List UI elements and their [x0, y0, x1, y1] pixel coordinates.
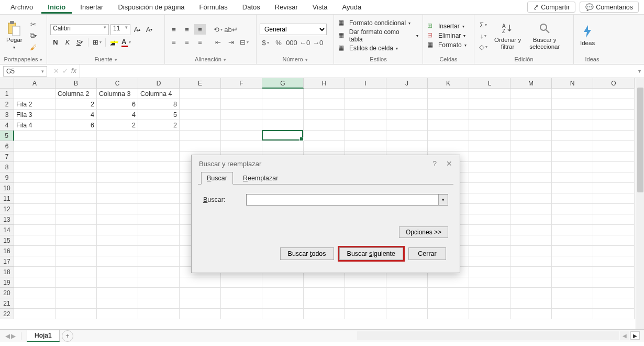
cell-F4[interactable]	[221, 120, 262, 131]
cell-N12[interactable]	[552, 204, 593, 214]
tab-ayuda[interactable]: Ayuda	[336, 1, 368, 13]
sort-filter-button[interactable]: AZ Ordenar y filtrar	[491, 20, 524, 51]
cell-B7[interactable]	[55, 152, 97, 162]
scroll-left-button[interactable]: ◀	[620, 331, 629, 340]
cell-C15[interactable]	[97, 235, 138, 246]
tab-revisar[interactable]: Revisar	[269, 1, 304, 13]
cell-L22[interactable]	[469, 309, 510, 319]
col-header-G[interactable]: G	[262, 78, 304, 89]
cell-B19[interactable]	[55, 277, 97, 288]
font-color-button[interactable]: A	[121, 37, 131, 48]
cell-J2[interactable]	[386, 99, 428, 110]
decrease-decimal-button[interactable]: →0	[312, 37, 324, 48]
cell-L1[interactable]	[469, 89, 510, 99]
cell-B3[interactable]: 4	[55, 110, 97, 120]
col-header-M[interactable]: M	[510, 78, 552, 89]
cell-O5[interactable]	[593, 131, 635, 141]
wrap-text-button[interactable]: ab↵	[225, 24, 237, 35]
cell-A20[interactable]	[14, 288, 55, 298]
cell-F2[interactable]	[221, 99, 262, 110]
cell-E19[interactable]	[180, 277, 221, 288]
dialog-close-button[interactable]: ✕	[446, 159, 452, 168]
cell-C21[interactable]	[97, 298, 138, 309]
cell-N11[interactable]	[552, 193, 593, 204]
find-all-button[interactable]: Buscar todos	[280, 247, 334, 260]
cell-M18[interactable]	[510, 267, 552, 277]
cell-B11[interactable]	[55, 193, 97, 204]
cell-B20[interactable]	[55, 288, 97, 298]
cell-M4[interactable]	[510, 120, 552, 131]
italic-button[interactable]: K	[62, 37, 73, 48]
cell-M16[interactable]	[510, 246, 552, 256]
cell-I19[interactable]	[345, 277, 386, 288]
row-header-22[interactable]: 22	[0, 309, 14, 319]
add-sheet-button[interactable]: +	[62, 330, 73, 342]
decrease-font-button[interactable]: A▾	[144, 24, 154, 35]
cell-N5[interactable]	[552, 131, 593, 141]
cell-C22[interactable]	[97, 309, 138, 319]
cell-M3[interactable]	[510, 110, 552, 120]
cell-A3[interactable]: Fila 3	[14, 110, 55, 120]
sheet-tab-hoja1[interactable]: Hoja1	[27, 330, 60, 342]
cell-L11[interactable]	[469, 193, 510, 204]
cell-I2[interactable]	[345, 99, 386, 110]
bold-button[interactable]: N	[50, 37, 61, 48]
font-size-select[interactable]: 11▾	[110, 24, 130, 35]
orientation-button[interactable]: ⟲	[212, 24, 224, 35]
tab-datos[interactable]: Datos	[236, 1, 267, 13]
cell-M22[interactable]	[510, 309, 552, 319]
cell-D20[interactable]	[138, 288, 180, 298]
cell-C2[interactable]: 6	[97, 99, 138, 110]
cell-H22[interactable]	[304, 309, 345, 319]
cell-E22[interactable]	[180, 309, 221, 319]
cell-L14[interactable]	[469, 225, 510, 235]
align-center-button[interactable]: ≡	[181, 37, 193, 47]
col-header-E[interactable]: E	[180, 78, 221, 89]
cell-C9[interactable]	[97, 172, 138, 183]
row-header-2[interactable]: 2	[0, 99, 14, 110]
row-header-19[interactable]: 19	[0, 277, 14, 288]
cell-J4[interactable]	[386, 120, 428, 131]
cell-J5[interactable]	[386, 131, 428, 141]
cell-I1[interactable]	[345, 89, 386, 99]
cell-D18[interactable]	[138, 267, 180, 277]
cell-H21[interactable]	[304, 298, 345, 309]
fill-color-button[interactable]: ◢	[109, 37, 119, 48]
cell-A13[interactable]	[14, 214, 55, 225]
align-left-button[interactable]: ≡	[168, 37, 180, 47]
cell-M17[interactable]	[510, 256, 552, 267]
delete-cells-button[interactable]: ⊟Eliminar▾	[426, 31, 468, 40]
cell-F6[interactable]	[221, 141, 262, 152]
cell-F5[interactable]	[221, 131, 262, 141]
cell-N16[interactable]	[552, 246, 593, 256]
cell-F3[interactable]	[221, 110, 262, 120]
cell-A21[interactable]	[14, 298, 55, 309]
col-header-J[interactable]: J	[386, 78, 428, 89]
cell-C19[interactable]	[97, 277, 138, 288]
col-header-C[interactable]: C	[97, 78, 138, 89]
col-header-O[interactable]: O	[593, 78, 635, 89]
cell-E5[interactable]	[180, 131, 221, 141]
cell-O14[interactable]	[593, 225, 635, 235]
cell-A10[interactable]	[14, 183, 55, 193]
cell-A7[interactable]	[14, 152, 55, 162]
cell-E2[interactable]	[180, 99, 221, 110]
cell-A6[interactable]	[14, 141, 55, 152]
cell-M20[interactable]	[510, 288, 552, 298]
cell-A19[interactable]	[14, 277, 55, 288]
cell-J1[interactable]	[386, 89, 428, 99]
cell-I3[interactable]	[345, 110, 386, 120]
cell-G19[interactable]	[262, 277, 304, 288]
cell-G2[interactable]	[262, 99, 304, 110]
cell-G1[interactable]	[262, 89, 304, 99]
cell-C7[interactable]	[97, 152, 138, 162]
autosum-button[interactable]: Σ	[478, 19, 489, 30]
increase-indent-button[interactable]: ⇥	[225, 37, 237, 47]
format-painter-button[interactable]: 🖌	[28, 42, 39, 52]
cell-L6[interactable]	[469, 141, 510, 152]
cell-D21[interactable]	[138, 298, 180, 309]
cell-K1[interactable]	[428, 89, 469, 99]
tab-formulas[interactable]: Fórmulas	[193, 1, 234, 13]
cell-M14[interactable]	[510, 225, 552, 235]
cell-D13[interactable]	[138, 214, 180, 225]
